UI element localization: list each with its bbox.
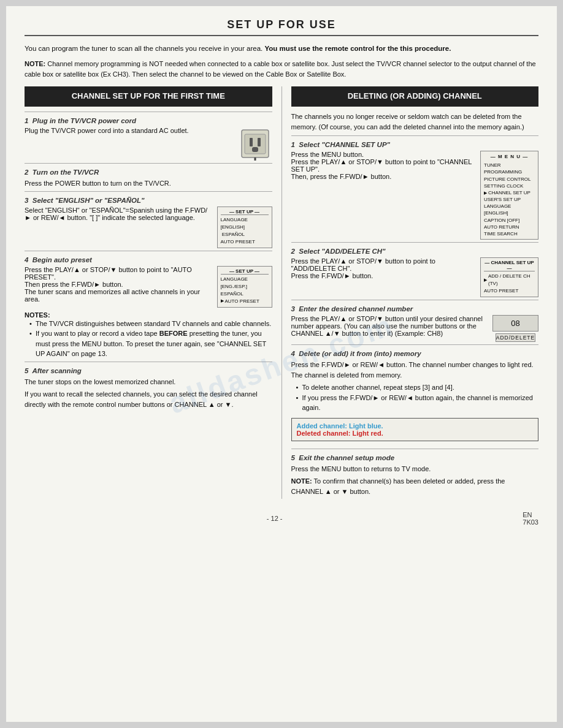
setup4-lang-sub: [ENG./ESP.] ESPAÑOL — [221, 283, 269, 298]
step-1-content: Plug the TV/VCR power cord into a standa… — [25, 127, 272, 161]
setup-lang-sub: [ENGLISH] ESPAÑOL — [221, 224, 269, 238]
two-column-layout: CHANNEL SET UP FOR THE FIRST TIME 1 Plug… — [25, 86, 538, 499]
right-step-5-title: Exit the channel setup mode — [299, 454, 394, 461]
outlet-image — [239, 127, 272, 161]
footer-page-number: - 12 - — [267, 515, 283, 522]
right-step-5: 5 Exit the channel setup mode Press the … — [291, 449, 539, 499]
svg-rect-3 — [258, 138, 261, 146]
step-3-title: Select "ENGLISH" or "ESPAÑOL" — [33, 197, 145, 204]
step-4-content: Press the PLAY/▲ or STOP/▼ button to poi… — [25, 266, 272, 308]
step-3-panel-title: — SET UP — — [221, 209, 269, 215]
title-divider — [25, 35, 538, 36]
column-divider — [282, 86, 282, 499]
footer-lang-code: EN — [523, 511, 532, 518]
right-step-4-text: Press the F.FWD/► or REW/◄ button. The c… — [291, 360, 539, 380]
step-4-text: Press the PLAY/▲ or STOP/▼ button to poi… — [25, 266, 212, 303]
step-1-title: Plug in the TV/VCR power cord — [33, 117, 136, 124]
svg-rect-2 — [250, 138, 253, 146]
setup4-auto-item: AUTO PRESET — [221, 298, 269, 305]
step-4-notes: NOTES: The TV/VCR distinguishes between … — [25, 311, 272, 359]
menu-item-time: TIME SEARCH — [484, 230, 535, 237]
step-4-panel-title: — SET UP — — [221, 268, 269, 275]
footer-right: EN 7K03 — [523, 511, 538, 526]
step-5-text2: If you want to recall the selected chann… — [25, 389, 272, 409]
step-1-text: Plug the TV/VCR power cord into a standa… — [25, 127, 234, 134]
right-step-3-number: 3 — [291, 305, 297, 313]
added-channel-label: Added channel: Light blue. — [297, 422, 534, 430]
right-step-2-title: Select "ADD/DELETE CH" — [299, 248, 385, 255]
right-step-3-text: Press the PLAY/▲ or STOP/▼ button until … — [291, 315, 488, 337]
step-3-panel: — SET UP — LANGUAGE [ENGLISH] ESPAÑOL AU… — [217, 207, 272, 248]
step-5-text1: The tuner stops on the lowest memorized … — [25, 377, 272, 387]
note-paragraph: NOTE: Channel memory programming is NOT … — [25, 59, 538, 79]
step-4-title: Begin auto preset — [33, 256, 92, 264]
step-2-text: Press the POWER button to turn on the TV… — [25, 178, 272, 189]
menu-item-clock: SETTING CLOCK — [484, 183, 535, 189]
right-step-1-number: 1 — [291, 141, 297, 148]
right-step-2-number: 2 — [291, 248, 297, 255]
menu-item-users: USER'S SET UP — [484, 196, 535, 203]
right-step-4-heading: 4 Delete (or add) it from (into) memory — [291, 350, 539, 357]
step-1-heading: 1 Plug in the TV/VCR power cord — [25, 117, 272, 124]
note-item-1: The TV/VCR distinguishes between standar… — [29, 319, 272, 329]
step-4-text1: Press the PLAY/▲ or STOP/▼ button to poi… — [25, 266, 192, 281]
right-step-2-heading: 2 Select "ADD/DELETE CH" — [291, 248, 539, 255]
right-step-4-number: 4 — [291, 350, 297, 357]
step-1-number: 1 — [25, 117, 31, 124]
step-4-text2: Then press the F.FWD/► button. — [25, 281, 123, 288]
left-column: CHANNEL SET UP FOR THE FIRST TIME 1 Plug… — [25, 86, 272, 499]
channel-number-display: 08 ADD/DELETE — [492, 315, 538, 342]
right-step-2-text: Press the PLAY/▲ or STOP/▼ button to poi… — [291, 257, 476, 279]
right-step-1: 1 Select "CHANNEL SET UP" Press the MENU… — [291, 135, 539, 242]
deleted-channel-label: Deleted channel: Light red. — [297, 430, 534, 437]
right-intro: The channels you no longer receive or se… — [291, 112, 539, 132]
footer-model-code: 7K03 — [523, 518, 538, 526]
right-step-4-bullets: To delete another channel, repeat steps … — [291, 382, 539, 413]
step-3-content: Select "ENGLISH" or "ESPAÑOL"=Spanish us… — [25, 207, 272, 248]
step-3-number: 3 — [25, 197, 31, 204]
menu-item-channel-setup: CHANNEL SET UP — [484, 189, 535, 196]
menu-panel-title: — M E N U — — [484, 153, 535, 161]
setup-auto-item: AUTO PRESET — [221, 238, 269, 246]
right-step-4-title: Delete (or add) it from (into) memory — [299, 350, 421, 357]
right-step-5-text: Press the MENU button to returns to TV m… — [291, 464, 539, 474]
step-2: 2 Turn on the TV/VCR Press the POWER but… — [25, 163, 272, 191]
step-4-number: 4 — [25, 256, 31, 264]
channel-auto-preset: AUTO PRESET — [484, 287, 535, 295]
intro-text-normal: You can program the tuner to scan all th… — [25, 45, 262, 52]
setup4-lang-item: LANGUAGE — [221, 276, 269, 283]
note-label: NOTE: — [25, 60, 45, 67]
menu-item-auto-return: AUTO RETURN — [484, 224, 535, 230]
right-step-1-title: Select "CHANNEL SET UP" — [299, 141, 390, 148]
right-step-2-content: Press the PLAY/▲ or STOP/▼ button to poi… — [291, 257, 539, 297]
right-step-3-heading: 3 Enter the desired channel number — [291, 305, 539, 313]
notes-title: NOTES: — [25, 311, 272, 319]
step-2-heading: 2 Turn on the TV/VCR — [25, 169, 272, 176]
setup-lang-item: LANGUAGE — [221, 216, 269, 224]
add-delete-label: ADD/DELETE — [496, 333, 535, 342]
step-4-heading: 4 Begin auto preset — [25, 256, 272, 264]
step-3-text: Select "ENGLISH" or "ESPAÑOL"=Spanish us… — [25, 207, 212, 221]
step-5-title: After scanning — [32, 367, 82, 374]
page-footer: - 12 - EN 7K03 — [25, 511, 538, 526]
intro-text-bold: You must use the remote control for the … — [264, 45, 451, 52]
menu-item-picture: PICTURE CONTROL — [484, 176, 535, 183]
menu-item-caption: CAPTION [OFF] — [484, 217, 535, 224]
right-step-3-content: Press the PLAY/▲ or STOP/▼ button until … — [291, 315, 539, 342]
right-step-3-title: Enter the desired channel number — [299, 305, 413, 313]
note-item-2: If you want to play or record a video ta… — [29, 328, 272, 359]
menu-item-language: LANGUAGE [ENGLISH] — [484, 203, 535, 216]
right-step-5-number: 5 — [291, 454, 297, 461]
right-step-1-content: Press the MENU button. Press the PLAY/▲ … — [291, 151, 539, 240]
rs4-bullet-2: If you press the F.FWD/► or REW/◄ button… — [296, 393, 539, 413]
step-5-number: 5 — [25, 367, 31, 374]
step-4-panel: — SET UP — LANGUAGE [ENG./ESP.] ESPAÑOL … — [217, 266, 272, 308]
right-step-2: 2 Select "ADD/DELETE CH" Press the PLAY/… — [291, 242, 539, 300]
step-5: 5 After scanning The tuner stops on the … — [25, 362, 272, 412]
left-col-header: CHANNEL SET UP FOR THE FIRST TIME — [25, 86, 272, 107]
right-step-3: 3 Enter the desired channel number Press… — [291, 300, 539, 344]
channel-num-value: 08 — [492, 315, 538, 332]
rs2-t2: Press the F.FWD/► button. — [291, 272, 373, 279]
page-title: SET UP FOR USE — [25, 18, 538, 31]
note-body: Channel memory programming is NOT needed… — [25, 60, 536, 78]
